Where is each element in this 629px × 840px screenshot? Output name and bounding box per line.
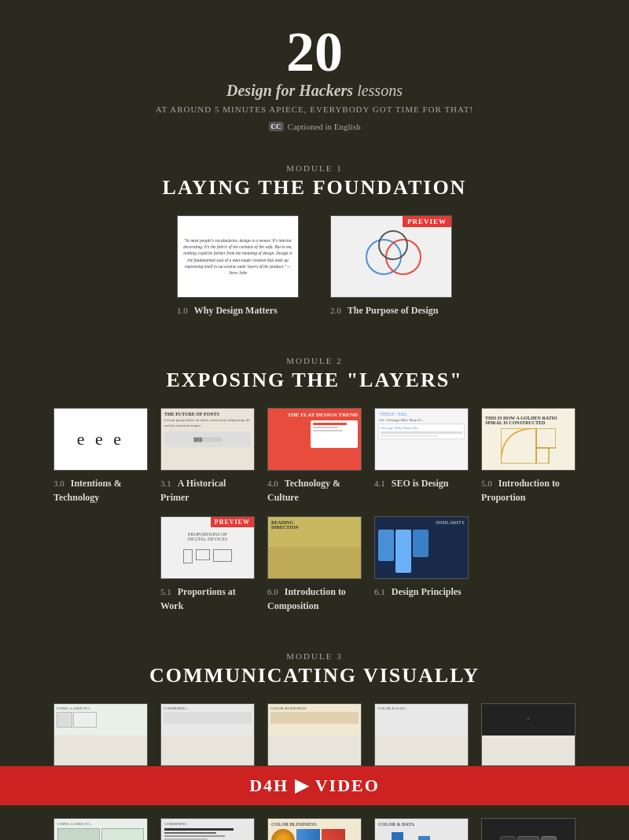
header-subtitle: Design for Hackers lessons — [16, 82, 613, 100]
d4h-banner-text: D4H ▶ VIDEO — [249, 776, 380, 795]
cc-icon: CC — [269, 122, 284, 131]
lesson-3-1-info: 3.1 A Historical Primer — [160, 475, 255, 504]
module-2-title: EXPOSING THE "LAYERS" — [31, 369, 598, 392]
lesson-8-0-top: COLOR BLINDNESS — [267, 703, 362, 766]
lesson-4-0-thumb: THE FLAT DESIGN TREND — [267, 408, 362, 471]
lesson-5-0[interactable]: THIS IS HOW A GOLDEN RATIO SPIRAL IS CON… — [481, 408, 576, 504]
lesson-3-0[interactable]: e e e GaramondHelveticaComic Sans 3.0 In… — [53, 408, 148, 504]
lesson-8-1-thumb: COLOR & DATA — [374, 818, 469, 840]
module-1-label: MODULE 1 — [31, 163, 598, 173]
lesson-8-0-thumb-top: COLOR BLINDNESS — [267, 703, 362, 766]
lesson-7-1-thumb-top: COMBINING... — [160, 703, 255, 766]
lesson-2-0-number: 2.0 — [330, 306, 341, 315]
svg-point-0 — [366, 240, 401, 274]
preview-badge: PREVIEW — [211, 517, 254, 527]
lesson-3-0-thumb: e e e GaramondHelveticaComic Sans — [53, 408, 148, 471]
lesson-7-0-thumb-top: USING A GRID TO... — [53, 703, 148, 766]
lesson-1-0-number: 1.0 — [177, 306, 188, 315]
cc-badge: CC Captioned in English — [269, 122, 361, 131]
course-name: Design for Hackers — [226, 82, 353, 99]
lesson-6-1-thumb: SIMILARITY — [374, 516, 469, 579]
lesson-6-1-info: 6.1 Design Principles — [374, 584, 469, 598]
lesson-4-0[interactable]: THE FLAT DESIGN TREND 4.0 Technology & C… — [267, 408, 362, 504]
lesson-6-1-number: 6.1 — [374, 587, 385, 596]
lesson-4-1[interactable]: <TITLE> TAG <h1>Chicago Bike Shop D... C… — [374, 408, 469, 504]
lesson-7-1[interactable]: COMBINING 7.1 The Factors of Visual Hier… — [160, 818, 255, 840]
lesson-2-0-thumb: PREVIEW — [330, 215, 452, 298]
lesson-1-0[interactable]: "In most people's vocabularies, design i… — [177, 215, 299, 317]
lesson-7-1-top: COMBINING... — [160, 703, 255, 766]
lesson-9-0-thumb — [481, 818, 576, 840]
d4h-video-banner[interactable]: D4H ▶ VIDEO — [0, 766, 629, 805]
lesson-7-0[interactable]: USING A GRID TO... 7.0 Introduction to V… — [53, 818, 148, 840]
lesson-9-0-thumb-top: 📱 — [481, 703, 576, 766]
module-2-label: MODULE 2 — [31, 356, 598, 365]
lesson-count: 20 — [16, 24, 613, 80]
module-1-title: LAYING THE FOUNDATION — [31, 176, 598, 200]
tagline: AT AROUND 5 MINUTES APIECE, EVERYBODY GO… — [16, 105, 613, 114]
golden-ratio-svg — [501, 428, 556, 464]
module-2: MODULE 2 EXPOSING THE "LAYERS" e e e Gar… — [0, 340, 629, 636]
lesson-6-0-thumb: READINGDIRECTION — [267, 516, 362, 579]
lesson-3-1[interactable]: THE FUTURE OF FONTS Lorem ipsum dolor si… — [160, 408, 255, 504]
module-3-label: MODULE 3 — [31, 651, 598, 661]
lesson-4-1-info: 4.1 SEO is Design — [374, 475, 469, 490]
lesson-7-0-thumb: USING A GRID TO... — [53, 818, 148, 840]
lesson-5-0-number: 5.0 — [481, 479, 492, 488]
lesson-4-0-number: 4.0 — [267, 479, 278, 488]
svg-point-2 — [379, 231, 407, 259]
lesson-5-0-info: 5.0 Introduction to Proportion — [481, 475, 576, 504]
circles-diagram — [360, 229, 423, 284]
lessons-suffix: lessons — [357, 82, 403, 99]
lesson-5-0-title: Introduction to Proportion — [481, 478, 560, 503]
lesson-8-1-thumb-top: COLOR & DATA — [374, 703, 469, 766]
module-1: MODULE 1 LAYING THE FOUNDATION "In most … — [0, 148, 629, 340]
lesson-3-1-number: 3.1 — [160, 479, 171, 488]
lesson-6-0-info: 6.0 Introduction to Composition — [267, 584, 362, 612]
lesson-2-0[interactable]: PREVIEW 2.0 The Purpose of Design — [330, 215, 452, 317]
module-1-lessons: "In most people's vocabularies, design i… — [31, 215, 598, 317]
lesson-8-1[interactable]: COLOR & DATA 8.1 Color & Data — [374, 818, 469, 840]
module-3-lessons: USING A GRID TO... 7.0 Introduction to V… — [31, 818, 598, 840]
typography-chars: e e e — [77, 429, 124, 449]
lesson-4-1-number: 4.1 — [374, 479, 385, 488]
lesson-3-0-info: 3.0 Intentions & Technology — [53, 475, 148, 504]
lesson-6-1[interactable]: SIMILARITY 6.1 Design Principles — [374, 516, 469, 612]
module-3: MODULE 3 COMMUNICATING VISUALLY USING A … — [0, 636, 629, 840]
lesson-6-0-number: 6.0 — [267, 587, 278, 596]
lesson-8-0-thumb: COLOR BLINDNESS How by: My Perception | … — [267, 818, 362, 840]
cc-label: Captioned in English — [288, 122, 361, 131]
lesson-3-1-thumb: THE FUTURE OF FONTS Lorem ipsum dolor si… — [160, 408, 255, 471]
lesson-9-0[interactable]: 9.0 Color Meanings — [481, 818, 576, 840]
page-header: 20 Design for Hackers lessons AT AROUND … — [0, 0, 629, 148]
lesson-5-1-title: Proportions at Work — [160, 586, 236, 611]
lesson-1-0-title: Why Design Matters — [194, 305, 278, 316]
lesson-5-1-number: 5.1 — [160, 587, 171, 596]
svg-rect-3 — [501, 428, 556, 464]
lesson-5-0-thumb: THIS IS HOW A GOLDEN RATIO SPIRAL IS CON… — [481, 408, 576, 471]
lesson-5-1-thumb: PREVIEW PROPORTIONS OFDIGITAL DEVICES — [160, 516, 255, 579]
svg-point-1 — [386, 240, 421, 274]
lesson-2-0-title: The Purpose of Design — [348, 305, 439, 316]
lesson-2-0-info: 2.0 The Purpose of Design — [330, 303, 452, 317]
lesson-6-0[interactable]: READINGDIRECTION 6.0 Introduction to Com… — [267, 516, 362, 612]
lesson-6-1-title: Design Principles — [392, 586, 462, 597]
module-3-first-row: USING A GRID TO... COMBINING... COLOR — [31, 703, 598, 766]
lesson-4-1-title: SEO is Design — [392, 478, 449, 489]
lesson-4-1-thumb: <TITLE> TAG <h1>Chicago Bike Shop D... C… — [374, 408, 469, 471]
lesson-5-1[interactable]: PREVIEW PROPORTIONS OFDIGITAL DEVICES 5.… — [160, 516, 255, 612]
lesson-8-1-top: COLOR & DATA — [374, 703, 469, 766]
lesson-1-0-info: 1.0 Why Design Matters — [177, 303, 299, 317]
lesson-3-0-number: 3.0 — [53, 479, 64, 488]
module-2-lessons: e e e GaramondHelveticaComic Sans 3.0 In… — [31, 408, 598, 612]
module-3-title: COMMUNICATING VISUALLY — [31, 664, 598, 688]
lesson-1-0-thumb: "In most people's vocabularies, design i… — [177, 215, 299, 298]
preview-banner: PREVIEW — [403, 216, 451, 227]
lesson-4-0-info: 4.0 Technology & Culture — [267, 475, 362, 504]
lesson-9-0-top: 📱 — [481, 703, 576, 766]
lesson-7-1-thumb: COMBINING — [160, 818, 255, 840]
lesson-7-0-top: USING A GRID TO... — [53, 703, 148, 766]
lesson-6-0-title: Introduction to Composition — [267, 586, 346, 611]
lesson-5-1-info: 5.1 Proportions at Work — [160, 584, 255, 612]
lesson-8-0[interactable]: COLOR BLINDNESS How by: My Perception | … — [267, 818, 362, 840]
